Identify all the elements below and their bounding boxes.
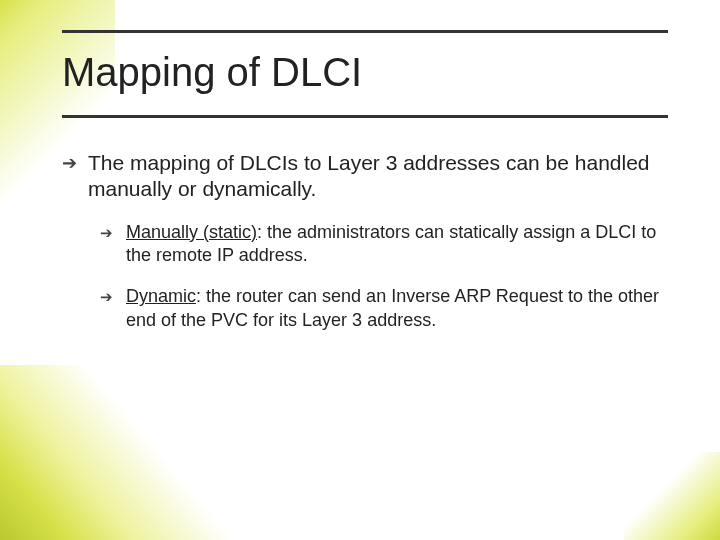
bullet-level2: ➔ Dynamic: the router can send an Invers… [100, 285, 668, 332]
bullet-level2: ➔ Manually (static): the administrators … [100, 221, 668, 268]
slide-title: Mapping of DLCI [62, 51, 668, 93]
decor-bottom-left [0, 365, 230, 540]
bullet-text: The mapping of DLCIs to Layer 3 addresse… [88, 150, 668, 203]
bullet-text: Dynamic: the router can send an Inverse … [126, 285, 668, 332]
bullet-text: Manually (static): the administrators ca… [126, 221, 668, 268]
rest-text: : the router can send an Inverse ARP Req… [126, 286, 659, 329]
slide: Mapping of DLCI ➔ The mapping of DLCIs t… [0, 0, 720, 540]
arrow-icon: ➔ [100, 287, 120, 307]
underlined-term: Manually (static) [126, 222, 257, 242]
arrow-icon: ➔ [100, 223, 120, 243]
bullet-level1: ➔ The mapping of DLCIs to Layer 3 addres… [62, 150, 668, 203]
title-block: Mapping of DLCI [62, 30, 668, 118]
slide-body: ➔ The mapping of DLCIs to Layer 3 addres… [62, 150, 668, 350]
decor-bottom-right [624, 452, 720, 540]
arrow-icon: ➔ [62, 152, 82, 174]
underlined-term: Dynamic [126, 286, 196, 306]
